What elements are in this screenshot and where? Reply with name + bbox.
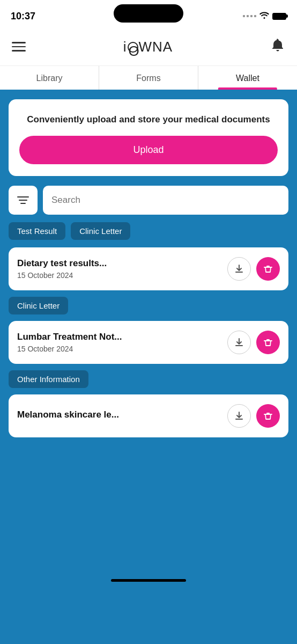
app-logo: iOWNA xyxy=(123,39,173,55)
doc-actions-2 xyxy=(227,331,280,354)
download-icon-3 xyxy=(234,411,244,421)
section-other-information: Other Information xyxy=(9,370,288,388)
download-icon-2 xyxy=(234,337,244,348)
section-clinic-letter: Clinic Letter xyxy=(9,297,288,314)
filter-badge-row: Test Result Clinic Letter xyxy=(9,222,288,240)
trash-icon-2 xyxy=(263,337,273,348)
battery-icon xyxy=(272,13,286,20)
tab-library[interactable]: Library xyxy=(0,66,99,90)
trash-icon-1 xyxy=(263,264,273,274)
badge-clinic-letter-filter[interactable]: Clinic Letter xyxy=(71,222,130,240)
tab-forms[interactable]: Forms xyxy=(99,66,198,90)
clinic-letter-badge: Clinic Letter xyxy=(9,297,68,314)
menu-button[interactable] xyxy=(12,42,26,52)
delete-button-3[interactable] xyxy=(256,404,280,428)
document-card-3: Melanoma skincare le... xyxy=(9,394,288,437)
doc-title-3: Melanoma skincare le... xyxy=(17,409,227,420)
upload-card: Conveniently upload and store your medic… xyxy=(9,99,288,176)
tab-wallet[interactable]: Wallet xyxy=(198,66,297,90)
download-icon-1 xyxy=(234,264,244,274)
header: iOWNA xyxy=(0,30,297,65)
filter-button[interactable] xyxy=(9,186,38,215)
camera-pill xyxy=(114,4,183,23)
doc-date-2: 15 October 2024 xyxy=(17,345,227,353)
doc-info-2: Lumbar Treatment Not... 15 October 2024 xyxy=(17,332,227,353)
notification-bell-icon[interactable] xyxy=(270,38,285,56)
doc-actions-1 xyxy=(227,257,280,281)
main-content: Conveniently upload and store your medic… xyxy=(0,90,297,573)
trash-icon-3 xyxy=(263,411,273,421)
delete-button-1[interactable] xyxy=(256,257,280,281)
delete-button-2[interactable] xyxy=(256,331,280,354)
filter-icon xyxy=(17,196,29,204)
status-time: 10:37 xyxy=(11,11,35,22)
other-information-badge: Other Information xyxy=(9,370,88,388)
badge-test-result[interactable]: Test Result xyxy=(9,222,65,240)
search-input[interactable] xyxy=(43,186,288,215)
document-card-2: Lumbar Treatment Not... 15 October 2024 xyxy=(9,321,288,364)
download-button-2[interactable] xyxy=(227,331,251,354)
tab-bar: Library Forms Wallet xyxy=(0,65,297,90)
doc-actions-3 xyxy=(227,404,280,428)
home-indicator xyxy=(0,573,297,586)
doc-title-2: Lumbar Treatment Not... xyxy=(17,332,227,342)
doc-date-1: 15 October 2024 xyxy=(17,271,227,280)
signal-icon xyxy=(243,15,256,17)
document-card-1: Dietary test results... 15 October 2024 xyxy=(9,247,288,290)
upload-card-text: Conveniently upload and store your medic… xyxy=(19,113,278,126)
home-bar xyxy=(111,579,186,582)
upload-button[interactable]: Upload xyxy=(19,136,278,164)
download-button-3[interactable] xyxy=(227,404,251,428)
search-row xyxy=(9,186,288,215)
doc-title-1: Dietary test results... xyxy=(17,258,227,269)
wifi-icon xyxy=(259,11,269,21)
doc-info-1: Dietary test results... 15 October 2024 xyxy=(17,258,227,280)
download-button-1[interactable] xyxy=(227,257,251,281)
doc-info-3: Melanoma skincare le... xyxy=(17,409,227,422)
status-icons xyxy=(243,11,286,21)
status-bar: 10:37 xyxy=(0,0,297,30)
